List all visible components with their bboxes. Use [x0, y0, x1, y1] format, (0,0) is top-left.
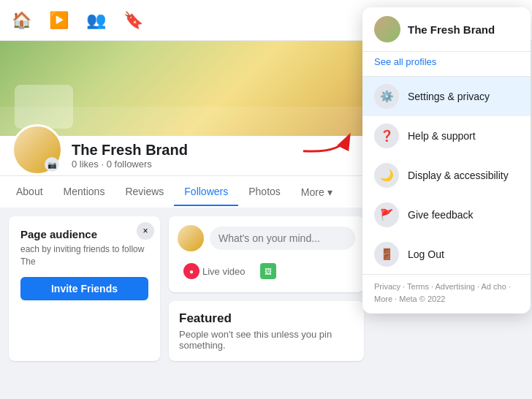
dropdown-item-display[interactable]: 🌙 Display & accessibility	[362, 156, 531, 195]
audience-title: Page audience	[20, 228, 148, 240]
people-icon[interactable]: 👥	[86, 11, 106, 30]
display-icon: 🌙	[374, 163, 399, 188]
audience-card: × Page audience each by inviting friends…	[9, 216, 160, 361]
dropdown-item-logout[interactable]: 🚪 Log Out	[362, 235, 531, 274]
camera-icon[interactable]: 📷	[45, 157, 59, 172]
tab-reviews[interactable]: Reviews	[115, 178, 174, 206]
dropdown-item-settings[interactable]: ⚙️ Settings & privacy	[362, 77, 531, 116]
post-actions: ● Live video 🖼	[178, 259, 355, 284]
right-column: ● Live video 🖼 Featured People won't see…	[169, 216, 364, 361]
tab-photos[interactable]: Photos	[238, 178, 291, 206]
photo-icon: 🖼	[260, 263, 276, 279]
logout-icon: 🚪	[374, 242, 399, 267]
settings-icon: ⚙️	[374, 84, 399, 109]
post-input-row	[178, 225, 355, 251]
live-video-button[interactable]: ● Live video	[178, 259, 251, 284]
tab-more[interactable]: More ▾	[291, 179, 343, 205]
help-label: Help & support	[408, 130, 476, 142]
page-nav: About Mentions Reviews Followers Photos …	[0, 175, 373, 208]
close-button[interactable]: ×	[137, 222, 154, 240]
profile-avatar: 📷	[12, 124, 63, 175]
bookmark-icon[interactable]: 🔖	[123, 11, 143, 30]
dropdown-avatar	[374, 16, 400, 42]
see-all-profiles-link[interactable]: See all profiles	[362, 52, 531, 77]
mini-avatar	[178, 225, 204, 251]
post-box: ● Live video 🖼	[169, 216, 364, 292]
tab-mentions[interactable]: Mentions	[53, 178, 115, 206]
photo-button[interactable]: 🖼	[254, 259, 282, 284]
featured-desc: People won't see this unless you pin som…	[179, 329, 354, 351]
profile-info: The Fresh Brand 0 likes · 0 followers	[72, 142, 188, 175]
dropdown-item-feedback[interactable]: 🚩 Give feedback	[362, 195, 531, 235]
live-icon: ●	[183, 263, 200, 279]
home-icon[interactable]: 🏠	[12, 11, 31, 30]
feedback-label: Give feedback	[408, 209, 474, 221]
featured-title: Featured	[179, 311, 354, 326]
profile-name: The Fresh Brand	[72, 142, 188, 159]
featured-card: Featured People won't see this unless yo…	[169, 301, 364, 361]
settings-label: Settings & privacy	[408, 91, 490, 102]
profile-stats: 0 likes · 0 followers	[72, 159, 188, 170]
logout-label: Log Out	[408, 248, 444, 260]
help-icon: ❓	[374, 123, 399, 148]
dropdown-footer: Privacy · Terms · Advertising · Ad cho ·…	[362, 274, 531, 314]
tab-about[interactable]: About	[6, 178, 53, 206]
nav-left: 🏠 ▶️ 👥 🔖	[12, 11, 143, 30]
post-input[interactable]	[210, 227, 355, 250]
display-label: Display & accessibility	[408, 170, 509, 181]
chevron-down-icon: ▾	[327, 186, 332, 198]
feedback-icon: 🚩	[374, 202, 399, 227]
main-content: × Page audience each by inviting friends…	[0, 208, 373, 370]
dropdown-item-help[interactable]: ❓ Help & support	[362, 116, 531, 156]
dropdown-profile-name: The Fresh Brand	[408, 23, 495, 36]
tab-followers[interactable]: Followers	[174, 178, 238, 206]
page-wrapper: 🏠 ▶️ 👥 🔖 📷	[0, 0, 532, 399]
audience-desc: each by inviting friends to follow The	[20, 243, 148, 268]
dropdown-menu: The Fresh Brand See all profiles ⚙️ Sett…	[362, 7, 531, 314]
video-icon[interactable]: ▶️	[49, 11, 69, 30]
invite-friends-button[interactable]: Invite Friends	[20, 277, 148, 300]
dropdown-profile-header[interactable]: The Fresh Brand	[362, 7, 531, 52]
